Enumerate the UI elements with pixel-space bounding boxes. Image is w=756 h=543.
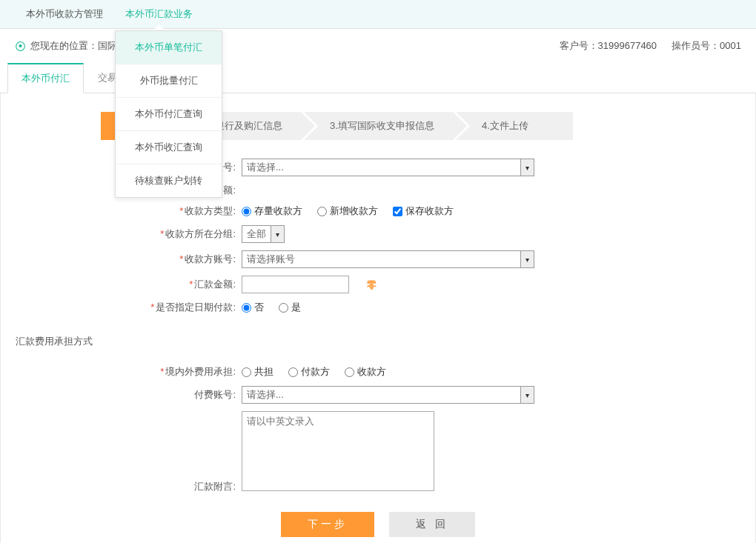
payee-type-existing[interactable]: 存量收款方 bbox=[242, 204, 302, 218]
fee-type-label: *境内外费用承担: bbox=[8, 365, 242, 379]
menu-remit-query[interactable]: 本外币付汇查询 bbox=[116, 98, 222, 131]
chevron-down-icon: ▾ bbox=[520, 159, 534, 176]
fee-account-select[interactable]: 请选择... ▾ bbox=[242, 386, 534, 404]
fee-share[interactable]: 共担 bbox=[242, 365, 273, 379]
fee-section-title: 汇款费用承担方式 bbox=[8, 329, 748, 354]
nav-remit-biz[interactable]: 本外币汇款业务 bbox=[114, 0, 204, 28]
fee-payer[interactable]: 付款方 bbox=[288, 365, 330, 379]
payee-type-new[interactable]: 新增收款方 bbox=[317, 204, 378, 218]
payee-type-save[interactable]: 保存收款方 bbox=[393, 204, 454, 218]
amount-cn-text: 零 bbox=[367, 279, 377, 290]
nav-payee-mgmt[interactable]: 本外币收款方管理 bbox=[15, 0, 114, 28]
amount-label: *汇款金额: bbox=[8, 278, 242, 291]
remit-account-select[interactable]: 请选择... ▾ bbox=[242, 159, 534, 176]
operator-info: 操作员号：0001 bbox=[672, 39, 741, 53]
payee-account-select[interactable]: 请选择账号 ▾ bbox=[242, 250, 534, 268]
next-button[interactable]: 下一步 bbox=[281, 512, 374, 537]
top-nav: 本外币收款方管理 本外币汇款业务 本外币单笔付汇 外币批量付汇 本外币付汇查询 … bbox=[0, 0, 756, 29]
location-bar: ⦿ 您现在的位置：国际 > 本外币单笔付汇 客户号：31999677460 操作… bbox=[0, 29, 756, 63]
payee-account-label: *收款方账号: bbox=[8, 253, 242, 266]
chevron-down-icon: ▾ bbox=[271, 226, 284, 242]
tabs: 本外币付汇 交易 bbox=[0, 63, 756, 93]
date-yes[interactable]: 是 bbox=[279, 301, 301, 314]
menu-single-remit[interactable]: 本外币单笔付汇 bbox=[116, 31, 222, 64]
amount-input[interactable] bbox=[242, 276, 349, 293]
dropdown-menu: 本外币单笔付汇 外币批量付汇 本外币付汇查询 本外币收汇查询 待核查账户划转 bbox=[115, 30, 222, 198]
content: 1 2.填写收款银行及购汇信息 3.填写国际收支申报信息 4.文件上传 *汇款账… bbox=[0, 93, 756, 543]
fee-account-label: 付费账号: bbox=[8, 388, 242, 402]
menu-pending-transfer[interactable]: 待核查账户划转 bbox=[116, 164, 222, 197]
chevron-down-icon: ▾ bbox=[520, 251, 534, 267]
back-button[interactable]: 返 回 bbox=[389, 512, 475, 537]
breadcrumb-prefix: 您现在的位置：国际 bbox=[30, 39, 117, 53]
menu-batch-remit[interactable]: 外币批量付汇 bbox=[116, 64, 222, 98]
menu-receive-query[interactable]: 本外币收汇查询 bbox=[116, 131, 222, 164]
payee-type-label: *收款方类型: bbox=[8, 204, 242, 218]
step-4: 4.文件上传 bbox=[456, 112, 573, 140]
chevron-down-icon: ▾ bbox=[520, 387, 534, 403]
location-icon: ⦿ bbox=[15, 40, 26, 53]
tab-remit[interactable]: 本外币付汇 bbox=[7, 63, 84, 93]
customer-info: 客户号：31999677460 bbox=[560, 39, 657, 53]
remark-label: 汇款附言: bbox=[8, 480, 242, 493]
date-no[interactable]: 否 bbox=[242, 301, 264, 314]
fee-payee[interactable]: 收款方 bbox=[345, 365, 386, 379]
remark-textarea[interactable] bbox=[242, 411, 434, 491]
payee-group-label: *收款方所在分组: bbox=[8, 227, 242, 241]
step-3: 3.填写国际收支申报信息 bbox=[304, 112, 453, 140]
date-label: *是否指定日期付款: bbox=[8, 301, 242, 314]
payee-group-select[interactable]: 全部 ▾ bbox=[242, 225, 285, 243]
